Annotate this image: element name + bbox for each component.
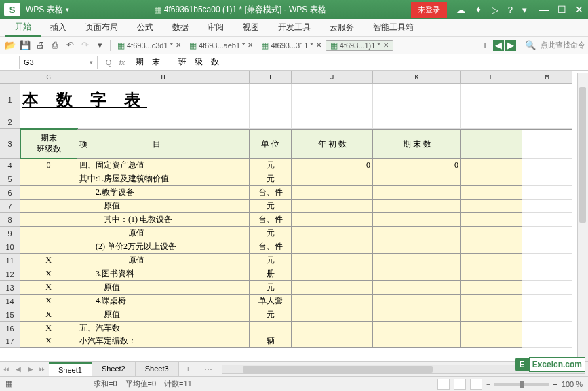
cell[interactable]: X	[20, 308, 77, 322]
cell[interactable]	[461, 322, 522, 335]
menu-6[interactable]: 视图	[233, 19, 269, 37]
cell[interactable]	[522, 308, 572, 322]
cell[interactable]: 0	[292, 159, 373, 172]
select-all-corner[interactable]	[0, 71, 20, 84]
zoom-slider[interactable]	[494, 383, 549, 386]
close-button[interactable]: ✕	[570, 4, 588, 15]
tab-next-button[interactable]: ▶	[505, 40, 516, 51]
cell[interactable]: 单 位	[250, 129, 292, 159]
menu-9[interactable]: 智能工具箱	[364, 19, 423, 37]
cell[interactable]	[461, 295, 522, 308]
cell[interactable]	[292, 281, 373, 295]
cell[interactable]	[373, 267, 461, 281]
cell[interactable]	[522, 186, 572, 200]
cell[interactable]: 原值	[77, 254, 250, 267]
sheet-next-button[interactable]: ▶	[24, 365, 37, 373]
row-header-6[interactable]: 6	[0, 186, 20, 200]
cell[interactable]: 元	[250, 308, 292, 322]
cell[interactable]	[522, 227, 572, 240]
cell[interactable]	[292, 172, 373, 186]
row-header-5[interactable]: 5	[0, 172, 20, 186]
doc-tab-1[interactable]: ▦4f693...aeb1 *✕	[185, 40, 258, 51]
cell[interactable]	[522, 172, 572, 186]
cell[interactable]	[373, 213, 461, 227]
cell[interactable]: 4.课桌椅	[77, 295, 250, 308]
cell[interactable]: 四、固定资产总值	[77, 159, 250, 172]
cell[interactable]	[461, 159, 522, 172]
cell[interactable]	[522, 159, 572, 172]
cell[interactable]: X	[20, 335, 77, 348]
cell[interactable]: 元	[250, 200, 292, 213]
row-header-13[interactable]: 13	[0, 281, 20, 295]
cell[interactable]	[461, 335, 522, 348]
cell[interactable]: 0	[20, 159, 77, 172]
cell[interactable]: X	[20, 281, 77, 295]
cell[interactable]: 单人套	[250, 295, 292, 308]
row-header-4[interactable]: 4	[0, 159, 20, 172]
sheet-first-button[interactable]: ⏮	[0, 365, 12, 373]
cell[interactable]	[522, 84, 572, 115]
row-header-15[interactable]: 15	[0, 308, 20, 322]
cell[interactable]	[292, 186, 373, 200]
cell[interactable]	[522, 267, 572, 281]
preview-button[interactable]: ⎙	[48, 39, 62, 52]
save-button[interactable]: 💾	[18, 39, 32, 52]
cell[interactable]: 原值	[77, 200, 250, 213]
zoom-out-button[interactable]: −	[486, 380, 490, 388]
col-header-I[interactable]: I	[250, 71, 292, 84]
cell[interactable]	[461, 115, 522, 129]
cell[interactable]: 原值	[77, 227, 250, 240]
cell[interactable]	[292, 335, 373, 348]
cell[interactable]	[461, 308, 522, 322]
close-tab-icon[interactable]: ✕	[316, 41, 321, 49]
cell[interactable]	[522, 115, 572, 129]
row-header-8[interactable]: 8	[0, 213, 20, 227]
dropdown-icon[interactable]: ▾	[518, 5, 531, 15]
cell[interactable]	[250, 115, 292, 129]
cell[interactable]: X	[20, 254, 77, 267]
row-header-9[interactable]: 9	[0, 227, 20, 240]
cell[interactable]	[373, 308, 461, 322]
close-tab-icon[interactable]: ✕	[248, 41, 253, 49]
cell[interactable]: 元	[250, 172, 292, 186]
cell[interactable]	[461, 186, 522, 200]
cell[interactable]: X	[20, 295, 77, 308]
cell[interactable]	[292, 213, 373, 227]
cell[interactable]	[461, 172, 522, 186]
row-header-7[interactable]: 7	[0, 200, 20, 213]
cell[interactable]: 台、件	[250, 240, 292, 254]
sheet-tab-Sheet1[interactable]: Sheet1	[49, 362, 92, 376]
print-button[interactable]: 🖨	[33, 39, 47, 52]
cell[interactable]	[461, 281, 522, 295]
cell[interactable]: 元	[250, 227, 292, 240]
cell[interactable]: (2) 单价2万元以上设备	[77, 240, 250, 254]
view-layout-button[interactable]	[454, 379, 466, 390]
cell[interactable]: 元	[250, 281, 292, 295]
cell[interactable]	[522, 322, 572, 335]
cell[interactable]	[250, 322, 292, 335]
cell[interactable]: 五、汽车数	[77, 322, 250, 335]
row-header-12[interactable]: 12	[0, 267, 20, 281]
cell[interactable]	[292, 115, 373, 129]
zoom-in-button[interactable]: +	[553, 380, 557, 388]
cell[interactable]: 3.图书资料	[77, 267, 250, 281]
view-normal-button[interactable]	[437, 379, 450, 390]
menu-1[interactable]: 插入	[41, 19, 76, 37]
cell[interactable]	[20, 213, 77, 227]
doc-tab-0[interactable]: ▦4f693...c3d1 *✕	[113, 40, 185, 51]
cell[interactable]	[522, 240, 572, 254]
sheet-list-button[interactable]: ⋯	[197, 365, 219, 374]
undo-button[interactable]: ↶	[63, 39, 77, 52]
cell[interactable]	[20, 227, 77, 240]
cell[interactable]: 期 末 数	[373, 129, 461, 159]
cell[interactable]: 元	[250, 254, 292, 267]
cell[interactable]	[20, 172, 77, 186]
cell[interactable]: 台、件	[250, 213, 292, 227]
cell[interactable]	[20, 240, 77, 254]
grid-icon[interactable]: ▦	[5, 379, 12, 388]
cell[interactable]	[292, 295, 373, 308]
cell[interactable]	[292, 240, 373, 254]
cell[interactable]	[20, 186, 77, 200]
search-icon[interactable]: 🔍	[524, 39, 537, 52]
menu-5[interactable]: 审阅	[198, 19, 233, 37]
